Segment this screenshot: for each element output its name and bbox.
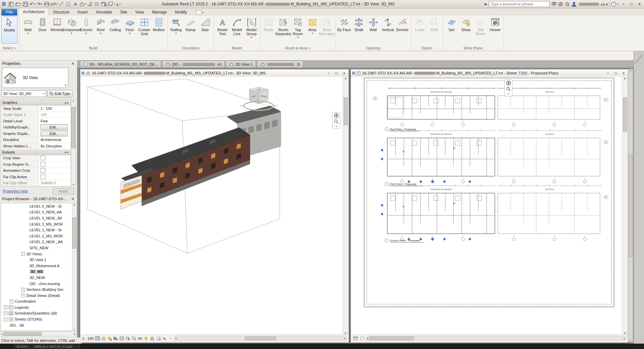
close-button[interactable]: × bbox=[620, 70, 627, 76]
collapse-section-icon[interactable]: ▲▲ bbox=[64, 101, 69, 104]
view-tab-2[interactable]: 3D View 1 bbox=[226, 61, 256, 68]
undo-icon[interactable]: ↶▾ bbox=[29, 1, 36, 7]
ramp-button[interactable]: Ramp bbox=[184, 17, 198, 43]
sheet-canvas[interactable]: PROPOSED EXTENSIONEXISTINGRoof Plan - Pr… bbox=[351, 77, 622, 335]
visual-style-icon[interactable] bbox=[101, 336, 106, 341]
tree-item-level-0-new-aa[interactable]: LEVEL 0_NEW_AA bbox=[1, 209, 72, 215]
tree-item-level-0-new-st[interactable]: LEVEL 0_NEW - St bbox=[1, 203, 72, 209]
view-tab-0[interactable]: SS - SPLASH_SCREEN_DO_NOT_DE... bbox=[80, 61, 161, 68]
expand-node-icon[interactable]: + bbox=[10, 300, 14, 303]
help-icon[interactable]: ?▾ bbox=[611, 2, 618, 7]
temporary-view-properties-icon[interactable] bbox=[156, 336, 161, 341]
scroll-left-icon[interactable]: ◂ bbox=[367, 337, 368, 340]
scroll-thumb[interactable] bbox=[72, 217, 76, 249]
sheet-hide-crop-icon[interactable] bbox=[359, 336, 365, 341]
view-tab-3[interactable]: 3l bbox=[257, 61, 303, 68]
aligned-dimension-icon[interactable] bbox=[58, 1, 65, 7]
scroll-thumb[interactable] bbox=[4, 332, 42, 336]
dropdown-arrow-icon[interactable]: ▼ bbox=[311, 32, 314, 34]
thin-lines-icon[interactable] bbox=[93, 1, 100, 7]
column-button[interactable]: Column▼ bbox=[79, 17, 93, 43]
tree-item-001-sk[interactable]: 001 - SK bbox=[1, 322, 72, 328]
scroll-thumb[interactable] bbox=[245, 336, 276, 340]
dropdown-arrow-icon[interactable]: ▼ bbox=[99, 32, 102, 34]
view-selector-dropdown[interactable]: 3D View: 3D_MS˅ bbox=[1, 90, 46, 97]
scroll-thumb[interactable] bbox=[71, 107, 75, 148]
tree-item-level-1-new-st[interactable]: LEVEL 1_NEW - St bbox=[1, 227, 72, 233]
property-value[interactable]: None bbox=[39, 186, 71, 187]
tree-item-level-2-ms-wor[interactable]: LEVEL 2_MS_WOR bbox=[1, 233, 72, 239]
scroll-thumb[interactable] bbox=[623, 97, 627, 132]
zoom-icon[interactable] bbox=[506, 87, 511, 92]
ribbon-tab-file[interactable]: File bbox=[1, 9, 17, 16]
type-selector[interactable]: 3D View ▼ bbox=[2, 68, 68, 88]
scroll-thumb[interactable] bbox=[628, 155, 632, 257]
modify-button[interactable]: Modify bbox=[1, 17, 18, 44]
edit-type-button[interactable]: Edit Type bbox=[47, 90, 72, 97]
wall-button[interactable]: Wall▼ bbox=[21, 17, 35, 43]
mullion-button[interactable]: Mullion bbox=[152, 17, 166, 43]
zoom-level[interactable]: 66.67% bbox=[14, 344, 30, 349]
sheet-window-titlebar[interactable]: R 16-2487-STO-XX-XX-M3-AR-M_Building_M1_… bbox=[351, 69, 628, 77]
apply-button[interactable]: Apply bbox=[53, 188, 74, 194]
property-value[interactable]: 100 bbox=[39, 112, 71, 118]
displacement-icon[interactable] bbox=[162, 336, 167, 341]
expand-node-icon[interactable]: + bbox=[4, 311, 7, 315]
ribbon-tab-modify[interactable]: Modify bbox=[171, 9, 191, 16]
vertical-button[interactable]: Vertical bbox=[381, 17, 395, 43]
tree-item-sheets-stoas-[interactable]: −Sheets (STOAS) bbox=[1, 316, 72, 322]
roof-button[interactable]: Roof▼ bbox=[94, 17, 108, 43]
mdi-vertical-scrollbar[interactable]: ˄ ˅ bbox=[628, 69, 633, 342]
collapse-node-icon[interactable]: − bbox=[4, 318, 7, 321]
model-group-button[interactable]: Model Group▼ bbox=[245, 17, 259, 43]
scroll-right-icon[interactable]: ▸ bbox=[624, 337, 625, 340]
checkbox-unchecked[interactable] bbox=[41, 156, 45, 160]
tag-room-button[interactable]: Tag Room▼ bbox=[291, 17, 305, 43]
show-crop-icon[interactable] bbox=[131, 336, 137, 341]
account-name[interactable]: ch ▾ bbox=[578, 1, 607, 7]
expand-node-icon[interactable]: + bbox=[21, 294, 25, 297]
ribbon-tab-architecture[interactable]: Architecture bbox=[18, 8, 49, 16]
type-selector-arrow-icon[interactable]: ▼ bbox=[64, 84, 67, 87]
expand-node-icon[interactable]: + bbox=[21, 288, 25, 292]
wall-button[interactable]: Wall bbox=[366, 17, 381, 43]
dropdown-arrow-icon[interactable]: ▼ bbox=[27, 32, 29, 34]
properties-scrollbar[interactable]: ▲ ▼ bbox=[71, 99, 76, 186]
close-button[interactable]: × bbox=[341, 70, 347, 76]
section-header-extents[interactable]: Extents▲▲ bbox=[1, 149, 71, 155]
3d-view-vertical-scrollbar[interactable]: ▲ ▼ bbox=[343, 77, 348, 335]
navbar-more-icon[interactable]: ▾ bbox=[508, 93, 509, 95]
collapse-section-icon[interactable]: ▲▲ bbox=[64, 150, 69, 154]
scroll-left-icon[interactable]: ◂ bbox=[175, 337, 177, 340]
property-value[interactable]: 304800.0 bbox=[39, 180, 71, 186]
maximize-button[interactable]: □ bbox=[333, 70, 340, 76]
scroll-up-icon[interactable]: ▲ bbox=[344, 77, 347, 80]
edit-button[interactable]: Edit... bbox=[41, 131, 68, 136]
room-separator-button[interactable]: Room Separator bbox=[276, 17, 291, 43]
zoom-icon[interactable] bbox=[334, 119, 339, 124]
ribbon-tab-site[interactable]: Site bbox=[116, 9, 131, 16]
tree-item-site-new[interactable]: SITE_NEW bbox=[1, 245, 72, 251]
unlocked-view-icon[interactable] bbox=[150, 336, 155, 341]
scroll-thumb[interactable] bbox=[369, 336, 414, 340]
section-icon[interactable] bbox=[86, 1, 93, 7]
tree-item-detail-views-detail-[interactable]: +Detail Views (Detail) bbox=[1, 293, 72, 299]
scroll-right-icon[interactable]: ▸ bbox=[344, 337, 346, 340]
3d-view-window-titlebar[interactable]: R 16-2487-STO-XX-XX-M3-AR-M_Building_M1_… bbox=[80, 69, 349, 77]
scroll-up-icon[interactable]: ▲ bbox=[624, 77, 626, 80]
ribbon-tab-view[interactable]: View bbox=[131, 9, 148, 16]
set-button[interactable]: Set bbox=[444, 17, 459, 43]
project-properties-icon[interactable] bbox=[8, 1, 15, 7]
dropdown-arrow-icon[interactable]: ▼ bbox=[85, 32, 87, 34]
measure-icon[interactable]: ▾ bbox=[50, 1, 58, 7]
steering-wheel-icon[interactable] bbox=[506, 80, 511, 86]
tree-item-3d-views[interactable]: −3D Views bbox=[1, 251, 72, 257]
shaft-button[interactable]: Shaft bbox=[352, 17, 366, 43]
ribbon-tab-manage[interactable]: Manage bbox=[148, 9, 171, 16]
property-value[interactable]: Fine bbox=[39, 118, 71, 124]
redo-icon[interactable]: ↷▾ bbox=[36, 1, 43, 7]
maximize-button[interactable]: □ bbox=[613, 70, 619, 76]
navbar-more-icon[interactable]: ▾ bbox=[336, 125, 337, 128]
ribbon-tab-insert[interactable]: Insert bbox=[73, 9, 92, 16]
dropdown-arrow-icon[interactable]: ▼ bbox=[129, 32, 131, 34]
